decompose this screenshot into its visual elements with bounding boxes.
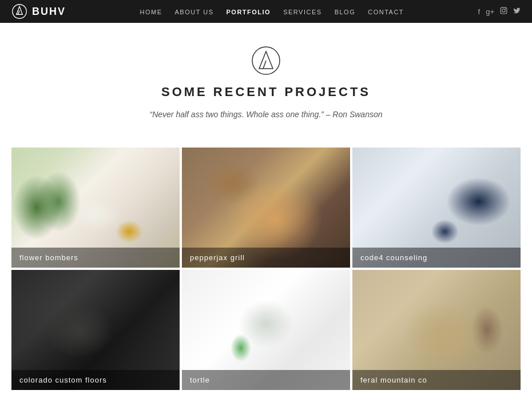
project-flower-bombers[interactable]: flower bombers	[11, 148, 180, 268]
project-tortle[interactable]: tortle	[182, 270, 350, 390]
nav-portfolio[interactable]: PORTFOLIO	[227, 9, 271, 15]
project-code4-counseling[interactable]: code4 counseling	[352, 148, 521, 268]
project-label: feral mountain co	[352, 370, 521, 390]
project-pepperjax-grill[interactable]: pepperjax grill	[182, 148, 350, 268]
svg-line-8	[263, 61, 266, 69]
project-label: colorado custom floors	[11, 370, 180, 390]
svg-point-5	[505, 9, 506, 10]
hero-quote: “Never half ass two things. Whole ass on…	[11, 110, 521, 119]
project-label: code4 counseling	[352, 248, 521, 268]
twitter-icon[interactable]	[513, 7, 521, 16]
svg-marker-7	[259, 51, 273, 69]
social-links: f g+	[478, 7, 521, 16]
facebook-icon[interactable]: f	[478, 7, 481, 16]
project-label: tortle	[182, 370, 350, 390]
nav-home[interactable]: HOME	[140, 9, 162, 15]
project-feral-mountain-co[interactable]: feral mountain co	[352, 270, 521, 390]
logo-icon	[11, 3, 27, 19]
page-title: SOME RECENT PROJECTS	[11, 85, 521, 100]
project-label: flower bombers	[11, 248, 180, 268]
svg-line-2	[18, 10, 19, 14]
logo[interactable]: BUHV	[11, 3, 66, 19]
googleplus-icon[interactable]: g+	[486, 7, 494, 16]
nav-contact[interactable]: CONTACT	[368, 9, 404, 15]
nav-blog[interactable]: BLOG	[335, 9, 356, 15]
hero-section: SOME RECENT PROJECTS “Never half ass two…	[0, 23, 532, 148]
project-label: pepperjax grill	[182, 248, 350, 268]
nav-about[interactable]: ABOUT US	[174, 9, 213, 15]
project-colorado-custom-floors[interactable]: colorado custom floors	[11, 270, 180, 390]
logo-text: BUHV	[32, 6, 66, 18]
portfolio-grid: flower bombers pepperjax grill code4 cou…	[0, 148, 532, 398]
navigation: BUHV HOME ABOUT US PORTFOLIO SERVICES BL…	[0, 0, 532, 23]
svg-rect-3	[501, 7, 507, 14]
svg-point-4	[502, 9, 505, 12]
hero-icon	[251, 46, 281, 75]
nav-services[interactable]: SERVICES	[283, 9, 321, 15]
nav-links: HOME ABOUT US PORTFOLIO SERVICES BLOG CO…	[140, 6, 404, 17]
instagram-icon[interactable]	[500, 7, 507, 16]
